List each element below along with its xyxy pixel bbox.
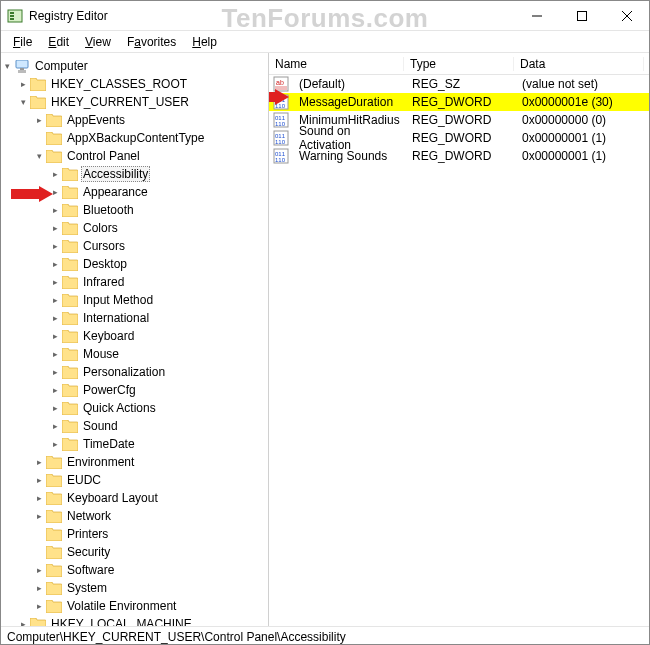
dword-value-icon: 011110: [273, 148, 289, 164]
folder-icon: [62, 276, 78, 289]
folder-icon: [62, 402, 78, 415]
tree-hkcu-environment[interactable]: ▸Environment: [1, 453, 268, 471]
app-icon: [7, 8, 23, 24]
tree-hkcu-software[interactable]: ▸Software: [1, 561, 268, 579]
value-type: REG_DWORD: [406, 95, 516, 109]
svg-text:ab: ab: [276, 79, 284, 86]
tree-hkcu-security[interactable]: Security: [1, 543, 268, 561]
tree-item-label: Appearance: [81, 185, 150, 199]
tree-item-label: AppXBackupContentType: [65, 131, 206, 145]
tree-controlpanel-mouse[interactable]: ▸Mouse: [1, 345, 268, 363]
tree-controlpanel-desktop[interactable]: ▸Desktop: [1, 255, 268, 273]
tree-controlpanel-keyboard[interactable]: ▸Keyboard: [1, 327, 268, 345]
tree-item-label: Cursors: [81, 239, 127, 253]
tree-item-label: Desktop: [81, 257, 129, 271]
svg-rect-2: [10, 15, 14, 17]
list-row[interactable]: ab(Default)REG_SZ(value not set): [269, 75, 649, 93]
tree-controlpanel-colors[interactable]: ▸Colors: [1, 219, 268, 237]
computer-icon: [14, 60, 30, 73]
tree-hkcu-network[interactable]: ▸Network: [1, 507, 268, 525]
folder-icon: [62, 312, 78, 325]
menu-file[interactable]: File: [7, 33, 38, 51]
tree-controlpanel-personalization[interactable]: ▸Personalization: [1, 363, 268, 381]
tree-hkcu-appx[interactable]: AppXBackupContentType: [1, 129, 268, 147]
tree-controlpanel-inputmethod[interactable]: ▸Input Method: [1, 291, 268, 309]
titlebar: Registry Editor: [1, 1, 649, 31]
col-name-header[interactable]: Name: [269, 57, 404, 71]
tree-hkcu[interactable]: ▾HKEY_CURRENT_USER: [1, 93, 268, 111]
window-title: Registry Editor: [29, 9, 514, 23]
tree-controlpanel-international[interactable]: ▸International: [1, 309, 268, 327]
folder-icon: [62, 348, 78, 361]
col-type-header[interactable]: Type: [404, 57, 514, 71]
tree-controlpanel-powercfg[interactable]: ▸PowerCfg: [1, 381, 268, 399]
tree-hkcu-appevents[interactable]: ▸AppEvents: [1, 111, 268, 129]
tree-controlpanel-infrared[interactable]: ▸Infrared: [1, 273, 268, 291]
svg-text:110: 110: [275, 121, 286, 127]
folder-icon: [46, 600, 62, 613]
tree-hkcu-eudc[interactable]: ▸EUDC: [1, 471, 268, 489]
value-name: Warning Sounds: [293, 149, 406, 163]
status-path: Computer\HKEY_CURRENT_USER\Control Panel…: [7, 630, 346, 644]
menu-edit[interactable]: Edit: [42, 33, 75, 51]
tree-item-label: AppEvents: [65, 113, 127, 127]
tree-pane[interactable]: ▾Computer▸HKEY_CLASSES_ROOT▾HKEY_CURRENT…: [1, 53, 269, 626]
tree-controlpanel-appearance[interactable]: ▸Appearance: [1, 183, 268, 201]
folder-icon: [46, 474, 62, 487]
value-type: REG_DWORD: [406, 131, 516, 145]
tree-item-label: Personalization: [81, 365, 167, 379]
tree-item-label: Mouse: [81, 347, 121, 361]
menu-help[interactable]: Help: [186, 33, 223, 51]
tree-item-label: Control Panel: [65, 149, 142, 163]
tree-hkcu-controlpanel[interactable]: ▾Control Panel: [1, 147, 268, 165]
value-name: (Default): [293, 77, 406, 91]
close-button[interactable]: [604, 1, 649, 31]
tree-hkcu-keyboardlayout[interactable]: ▸Keyboard Layout: [1, 489, 268, 507]
folder-icon: [30, 96, 46, 109]
tree-hkcr[interactable]: ▸HKEY_CLASSES_ROOT: [1, 75, 268, 93]
tree-controlpanel-quickactions[interactable]: ▸Quick Actions: [1, 399, 268, 417]
folder-icon: [46, 492, 62, 505]
tree-item-label: Sound: [81, 419, 120, 433]
folder-icon: [62, 204, 78, 217]
list-row[interactable]: 011110MessageDurationREG_DWORD0x0000001e…: [269, 93, 649, 111]
tree-hkcu-printers[interactable]: Printers: [1, 525, 268, 543]
list-pane[interactable]: Name Type Data ab(Default)REG_SZ(value n…: [269, 53, 649, 626]
list-row[interactable]: 011110Warning SoundsREG_DWORD0x00000001 …: [269, 147, 649, 165]
folder-icon: [62, 168, 78, 181]
maximize-button[interactable]: [559, 1, 604, 31]
tree-item-label: PowerCfg: [81, 383, 138, 397]
folder-icon: [62, 366, 78, 379]
tree-controlpanel-timedate[interactable]: ▸TimeDate: [1, 435, 268, 453]
tree-root[interactable]: ▾Computer: [1, 57, 268, 75]
tree-controlpanel-accessibility[interactable]: ▸Accessibility: [1, 165, 268, 183]
svg-rect-3: [10, 18, 14, 20]
value-data: 0x00000001 (1): [516, 131, 646, 145]
tree-item-label: International: [81, 311, 151, 325]
column-headers: Name Type Data: [269, 53, 649, 75]
tree-hklm[interactable]: ▸HKEY_LOCAL_MACHINE: [1, 615, 268, 626]
tree-controlpanel-cursors[interactable]: ▸Cursors: [1, 237, 268, 255]
tree-item-label: Network: [65, 509, 113, 523]
tree-hkcu-system[interactable]: ▸System: [1, 579, 268, 597]
folder-icon: [46, 114, 62, 127]
tree-controlpanel-bluetooth[interactable]: ▸Bluetooth: [1, 201, 268, 219]
col-data-header[interactable]: Data: [514, 57, 644, 71]
statusbar: Computer\HKEY_CURRENT_USER\Control Panel…: [1, 626, 649, 645]
string-value-icon: ab: [273, 76, 289, 92]
folder-icon: [62, 330, 78, 343]
tree-item-label: System: [65, 581, 109, 595]
svg-rect-8: [16, 60, 28, 68]
tree-controlpanel-sound[interactable]: ▸Sound: [1, 417, 268, 435]
tree-item-label: Accessibility: [81, 166, 150, 182]
tree-item-label: HKEY_CLASSES_ROOT: [49, 77, 189, 91]
tree-hkcu-volatileenvironment[interactable]: ▸Volatile Environment: [1, 597, 268, 615]
value-type: REG_DWORD: [406, 149, 516, 163]
svg-rect-9: [18, 70, 26, 73]
list-row[interactable]: 011110Sound on ActivationREG_DWORD0x0000…: [269, 129, 649, 147]
tree-item-label: Bluetooth: [81, 203, 136, 217]
svg-text:110: 110: [275, 139, 286, 145]
minimize-button[interactable]: [514, 1, 559, 31]
menu-favorites[interactable]: Favorites: [121, 33, 182, 51]
menu-view[interactable]: View: [79, 33, 117, 51]
